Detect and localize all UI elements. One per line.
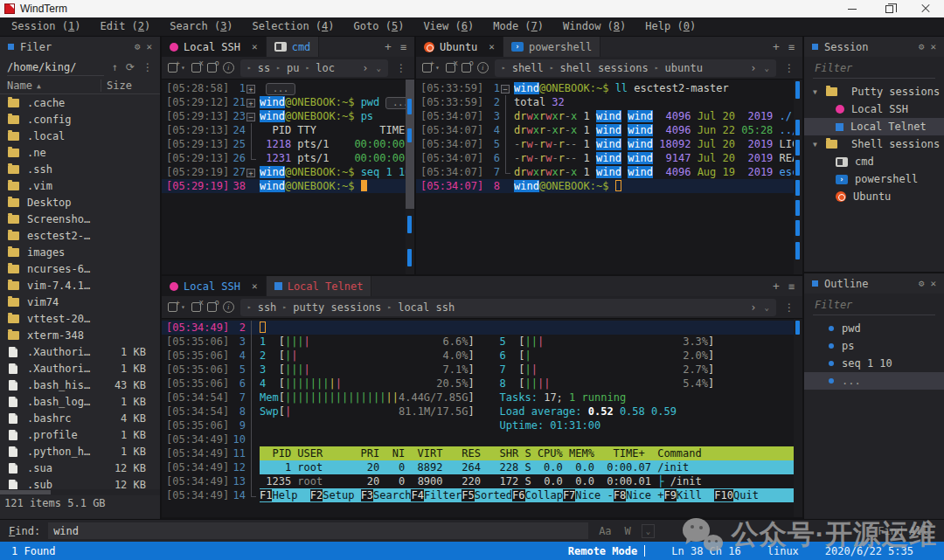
chevron-down-icon[interactable]: ▾	[181, 303, 185, 311]
session-item-local-telnet[interactable]: Local Telnet	[804, 118, 944, 135]
chevron-right-icon[interactable]: ›	[750, 62, 756, 74]
close-panel-icon[interactable]: ✕	[930, 278, 936, 289]
outline-filter-input[interactable]: Filter	[813, 294, 935, 315]
outline-item-[interactable]: ...	[804, 372, 944, 390]
breadcrumb-part-local-ssh[interactable]: local ssh	[398, 301, 455, 314]
outline-item-ps[interactable]: ps	[804, 337, 944, 355]
chevron-down-icon[interactable]: ▾	[435, 64, 440, 72]
find-input[interactable]	[48, 522, 588, 539]
find-options-dropdown[interactable]: ⌄	[642, 524, 655, 538]
tab-list-button[interactable]: ≡	[788, 41, 795, 53]
session-item-local-ssh[interactable]: Local SSH	[804, 100, 944, 118]
new-tab-button[interactable]: +	[773, 280, 780, 293]
detach-session-icon[interactable]: o	[462, 63, 471, 73]
info-icon[interactable]: i	[223, 62, 234, 73]
tree-group-putty-sessions[interactable]: ▼Putty sessions	[804, 83, 944, 100]
file-row-images[interactable]: images	[0, 244, 160, 260]
up-directory-icon[interactable]: ↑	[112, 61, 118, 73]
tab-ubuntu[interactable]: Ubuntu✕	[416, 37, 503, 57]
vertical-scrollbar[interactable]	[406, 80, 414, 274]
close-button[interactable]	[907, 0, 944, 17]
detach-session-icon[interactable]: o	[207, 63, 217, 73]
file-row-bash-his[interactable]: .bash_his…43 KB	[0, 377, 160, 393]
file-row-ne[interactable]: .ne	[0, 144, 160, 161]
chevron-down-icon[interactable]: ⌄	[765, 64, 769, 73]
file-row-screensho[interactable]: Screensho…	[0, 211, 160, 227]
new-session-icon[interactable]: +	[168, 302, 177, 312]
outline-item-seq-1-10[interactable]: seq 1 10	[804, 355, 944, 372]
whole-word-button[interactable]: W	[622, 525, 634, 537]
match-case-button[interactable]: Aa	[596, 525, 614, 537]
restore-button[interactable]	[871, 0, 907, 17]
file-row-python-h[interactable]: .python_h…1 KB	[0, 443, 160, 460]
breadcrumb-part-shell-sessions[interactable]: shell sessions	[560, 62, 649, 74]
file-row-ncurses-6[interactable]: ncurses-6…	[0, 260, 160, 277]
pane-menu-icon[interactable]: ⋮	[782, 301, 796, 314]
file-row-profile[interactable]: .profile1 KB	[0, 426, 160, 443]
column-size[interactable]: Size	[101, 80, 160, 92]
menu-edit[interactable]: Edit (2)	[91, 17, 161, 36]
breadcrumb-part-loc[interactable]: loc	[316, 62, 335, 74]
file-row-esctest2[interactable]: esctest2-…	[0, 227, 160, 244]
new-tab-button[interactable]: +	[385, 40, 392, 53]
file-row-vim[interactable]: .vim	[0, 177, 160, 194]
tab-local-telnet[interactable]: Local Telnet	[267, 276, 372, 296]
info-icon[interactable]: i	[477, 62, 489, 73]
chevron-down-icon[interactable]: ▾	[181, 64, 185, 72]
info-icon[interactable]: i	[223, 301, 234, 313]
fold-expand-icon[interactable]: +	[246, 99, 255, 107]
menu-session[interactable]: Session (1)	[2, 17, 91, 36]
path-input[interactable]: /home/king/	[7, 59, 104, 76]
session-item-ubuntu[interactable]: Ubuntu	[804, 188, 944, 205]
vertical-scrollbar[interactable]	[794, 80, 802, 274]
caret-down-icon[interactable]: ▼	[813, 88, 820, 96]
caret-down-icon[interactable]: ▼	[813, 141, 820, 149]
terminal-content[interactable]: [05:34:49]2[05:35:06]31 [|||| 6.6%] 5 [|…	[162, 319, 802, 517]
mode-indicator[interactable]: Remote Mode	[568, 545, 637, 557]
menu-view[interactable]: View (6)	[413, 17, 483, 36]
gear-icon[interactable]: ⚙	[919, 41, 925, 52]
terminal-content[interactable]: [05:33:59]1−wind@ONEBOOK:~$ ll esctest2-…	[416, 80, 802, 274]
breadcrumb-part-putty-sessions[interactable]: putty sessions	[293, 301, 381, 314]
chevron-right-icon[interactable]: ›	[362, 62, 368, 74]
chevron-right-icon[interactable]: ›	[750, 301, 756, 314]
close-panel-icon[interactable]: ✕	[146, 41, 152, 52]
chevron-down-icon[interactable]: ⌄	[377, 64, 381, 73]
tab-list-button[interactable]: ≡	[400, 41, 406, 53]
close-panel-icon[interactable]: ✕	[930, 41, 936, 52]
fold-expand-icon[interactable]: +	[246, 169, 255, 177]
session-item-powershell[interactable]: powershell	[804, 170, 944, 188]
tab-local-ssh[interactable]: Local SSH✕	[162, 276, 267, 296]
new-tab-button[interactable]: +	[773, 40, 780, 53]
fold-collapse-icon[interactable]: −	[246, 113, 255, 121]
column-name[interactable]: Name▲	[7, 80, 101, 92]
tab-list-button[interactable]: ≡	[788, 280, 795, 293]
breadcrumb-part-ssh[interactable]: ssh	[258, 301, 277, 314]
find-all-button[interactable]: Find All	[878, 525, 935, 537]
vertical-scrollbar[interactable]	[794, 319, 802, 517]
pane-menu-icon[interactable]: ⋮	[782, 62, 796, 74]
breadcrumb-part-ubuntu[interactable]: ubuntu	[665, 62, 703, 74]
tab-local-ssh[interactable]: Local SSH✕	[162, 37, 267, 57]
session-item-cmd[interactable]: cmd	[804, 153, 944, 170]
breadcrumb-part-ss[interactable]: ss	[258, 62, 270, 74]
breadcrumb-part-pu[interactable]: pu	[287, 62, 299, 74]
breadcrumb-part-shell[interactable]: shell	[512, 62, 544, 74]
menu-window[interactable]: Window (8)	[553, 17, 635, 36]
menu-help[interactable]: Help (0)	[635, 17, 705, 36]
new-session-icon[interactable]: +	[168, 63, 177, 73]
close-session-icon[interactable]: x	[191, 302, 201, 312]
terminal-type[interactable]: linux	[767, 545, 799, 557]
filer-menu-icon[interactable]: ⋮	[142, 61, 153, 73]
file-row-vttest-20[interactable]: vttest-20…	[0, 310, 160, 327]
close-tab-icon[interactable]: ✕	[252, 280, 258, 292]
file-row-bash-log[interactable]: .bash_log…1 KB	[0, 393, 160, 410]
gear-icon[interactable]: ⚙	[135, 41, 141, 52]
file-row-xauthori[interactable]: .Xauthori…1 KB	[0, 360, 160, 377]
pane-menu-icon[interactable]: ⋮	[394, 62, 408, 74]
file-row-local[interactable]: .local	[0, 128, 160, 144]
menu-selection[interactable]: Selection (4)	[243, 17, 344, 36]
tab-cmd[interactable]: cmd	[267, 37, 320, 57]
folded-output-box[interactable]: ...	[385, 97, 406, 109]
detach-session-icon[interactable]: o	[207, 302, 217, 312]
